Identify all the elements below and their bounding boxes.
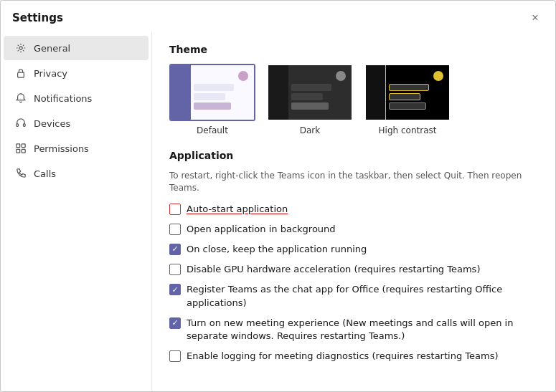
new-meeting-checkbox[interactable]	[169, 317, 181, 329]
settings-window: Settings × GeneralPrivacyNotificationsDe…	[0, 0, 556, 392]
sidebar-item-devices[interactable]: Devices	[4, 111, 149, 135]
sidebar-item-privacy[interactable]: Privacy	[4, 61, 149, 85]
keep-running-checkbox[interactable]	[169, 244, 181, 255]
theme-dark[interactable]: Dark	[267, 64, 353, 135]
sidebar-item-label-privacy: Privacy	[34, 68, 67, 79]
sidebar-item-permissions[interactable]: Permissions	[4, 136, 149, 161]
theme-default[interactable]: Default	[169, 64, 255, 135]
enable-logging-label: Enable logging for meeting diagnostics (…	[187, 350, 499, 363]
lock-icon	[15, 67, 27, 79]
new-meeting-row: Turn on new meeting experience (New meet…	[169, 317, 538, 343]
register-teams-label: Register Teams as the chat app for Offic…	[187, 283, 538, 309]
new-meeting-label: Turn on new meeting experience (New meet…	[187, 317, 538, 343]
sidebar-item-general[interactable]: General	[4, 36, 149, 60]
main-content: Theme Default	[151, 32, 555, 391]
open-background-row: Open application in background	[169, 223, 538, 236]
enable-logging-row: Enable logging for meeting diagnostics (…	[169, 350, 538, 363]
sidebar-item-notifications[interactable]: Notifications	[4, 86, 149, 110]
register-teams-row: Register Teams as the chat app for Offic…	[169, 283, 538, 309]
theme-hc-preview	[364, 64, 451, 121]
grid-icon	[15, 143, 27, 154]
svg-rect-6	[17, 149, 20, 153]
app-section-title: Application	[169, 150, 538, 161]
svg-rect-1	[18, 72, 24, 77]
theme-dark-preview	[267, 64, 353, 121]
open-background-checkbox[interactable]	[169, 224, 181, 235]
svg-point-0	[19, 47, 22, 49]
phone-icon	[15, 168, 27, 179]
content-area: GeneralPrivacyNotificationsDevicesPermis…	[1, 32, 555, 391]
disable-gpu-row: Disable GPU hardware acceleration (requi…	[169, 263, 538, 276]
themes-container: Default Dar	[169, 64, 538, 135]
theme-default-preview	[169, 64, 255, 121]
enable-logging-checkbox[interactable]	[169, 350, 181, 362]
headset-icon	[15, 118, 27, 129]
sidebar-item-label-permissions: Permissions	[34, 143, 89, 154]
title-bar: Settings ×	[1, 1, 555, 32]
keep-running-row: On close, keep the application running	[169, 243, 538, 256]
svg-rect-2	[17, 124, 19, 127]
bell-icon	[15, 92, 27, 104]
svg-rect-3	[24, 124, 26, 127]
gear-icon	[15, 42, 27, 54]
register-teams-checkbox[interactable]	[169, 284, 181, 295]
disable-gpu-label: Disable GPU hardware acceleration (requi…	[187, 263, 480, 276]
keep-running-label: On close, keep the application running	[187, 243, 367, 256]
svg-rect-7	[22, 149, 25, 153]
app-description: To restart, right-click the Teams icon i…	[169, 170, 538, 194]
theme-hc-label: High contrast	[379, 125, 437, 135]
sidebar-item-label-notifications: Notifications	[34, 93, 92, 104]
auto-start-label: Auto-start application	[187, 203, 288, 216]
window-title: Settings	[12, 11, 63, 24]
sidebar-item-calls[interactable]: Calls	[4, 161, 149, 186]
svg-rect-4	[17, 144, 20, 148]
application-section: Application To restart, right-click the …	[169, 150, 538, 363]
open-background-label: Open application in background	[187, 223, 336, 236]
close-button[interactable]: ×	[527, 9, 544, 27]
sidebar-item-label-general: General	[34, 43, 70, 54]
sidebar: GeneralPrivacyNotificationsDevicesPermis…	[1, 32, 151, 391]
theme-section-title: Theme	[169, 44, 538, 55]
theme-dark-label: Dark	[300, 125, 320, 135]
disable-gpu-checkbox[interactable]	[169, 264, 181, 275]
auto-start-row: Auto-start application	[169, 203, 538, 216]
sidebar-item-label-devices: Devices	[34, 118, 70, 129]
sidebar-item-label-calls: Calls	[34, 168, 56, 179]
svg-rect-5	[22, 144, 25, 148]
auto-start-checkbox[interactable]	[169, 204, 181, 215]
theme-high-contrast[interactable]: High contrast	[364, 64, 451, 135]
theme-default-label: Default	[197, 125, 228, 135]
